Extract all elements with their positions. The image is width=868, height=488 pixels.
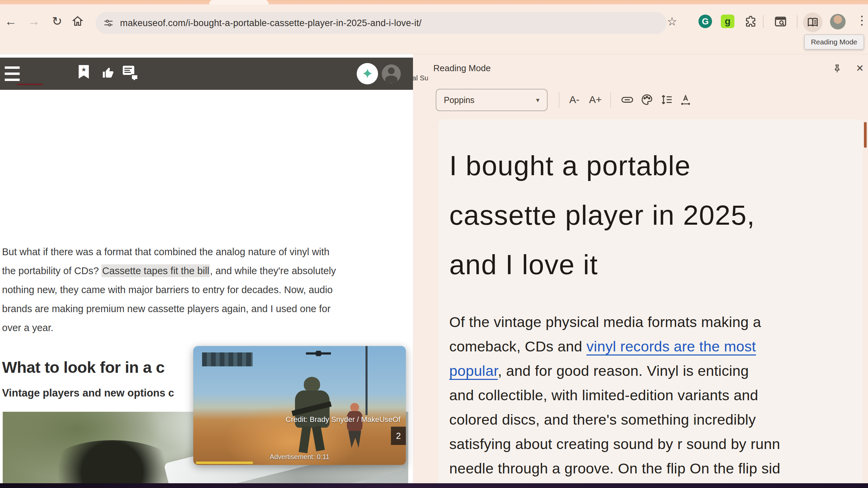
address-bar[interactable]: makeuseof.com/i-bought-a-portable-casset…: [96, 12, 667, 34]
bookmark-star-icon[interactable]: ☆: [665, 14, 679, 29]
toolbar-separator: [797, 15, 797, 28]
menu-kebab-icon[interactable]: ⋮: [855, 13, 868, 27]
comments-icon[interactable]: [123, 66, 138, 80]
reading-mode-book-icon: [806, 15, 820, 29]
paragraph-line: the portability of CDs? Cassette tapes f…: [2, 261, 409, 280]
body-line: needle through a groove. On the flip On …: [449, 456, 781, 481]
site-header: ★ ✦: [0, 58, 413, 90]
vinyl-records-link[interactable]: vinyl records are the most: [587, 338, 756, 354]
selected-font-name: Poppins: [444, 95, 474, 105]
palette-icon: [640, 93, 654, 106]
body-line: Of the vintage physical media formats ma…: [449, 310, 781, 334]
profile-avatar[interactable]: [830, 14, 846, 29]
floating-video-player[interactable]: Credit: Brady Snyder / MakeUseOf 2 Adver…: [193, 346, 406, 465]
body-line: comeback, CDs and vinyl records are the …: [449, 334, 781, 359]
forward-button-icon[interactable]: →: [26, 15, 42, 28]
vinyl-records-link[interactable]: popular: [449, 363, 498, 379]
video-progress-bar[interactable]: [196, 462, 253, 464]
toolbar-separator: [763, 15, 764, 28]
paragraph-line: brands are making premium new cassette p…: [2, 299, 409, 318]
home-icon: [71, 15, 84, 27]
url-text: makeuseof.com/i-bought-a-portable-casset…: [120, 18, 421, 28]
font-decrease-button[interactable]: A-: [565, 90, 584, 109]
ai-sparkle-button[interactable]: ✦: [357, 63, 378, 84]
font-increase-button[interactable]: A+: [586, 90, 605, 109]
bookmarks-bar: Remove Backgrou... ρ Photopea | Online..…: [0, 34, 868, 54]
letter-spacing-button[interactable]: [676, 90, 695, 109]
video-scene-building: [193, 346, 265, 425]
browser-toolbar: ← → ↻ makeuseof.com/i-bought-a-portable-…: [0, 4, 868, 34]
toolbar-separator: [559, 92, 559, 108]
paragraph-line: But what if there was a format that comb…: [2, 242, 409, 261]
reading-article-body: Of the vintage physical media formats ma…: [449, 310, 781, 481]
link-style-button[interactable]: [618, 90, 637, 109]
side-panel-search-icon[interactable]: [773, 14, 788, 29]
paragraph-line: nothing new, they came with major barrie…: [2, 280, 409, 299]
video-scene-runner: [344, 403, 366, 448]
reading-mode-tooltip: Reading Mode: [804, 35, 864, 49]
site-user-avatar[interactable]: [382, 64, 401, 83]
reading-article-title: I bought a portable cassette player in 2…: [449, 141, 755, 289]
hamburger-menu-icon[interactable]: [5, 66, 20, 81]
close-panel-icon[interactable]: ✕: [854, 62, 866, 75]
body-line: colored discs, and there's something inc…: [449, 407, 781, 432]
bottom-edge-strip: [0, 483, 868, 488]
chevron-down-icon: ▾: [536, 96, 539, 104]
article-paragraph: But what if there was a format that comb…: [2, 242, 409, 337]
green-extension-icon[interactable]: g: [720, 14, 735, 29]
active-tab[interactable]: [209, 0, 269, 4]
advertisement-timer: Advertisement: 0:11: [193, 453, 406, 461]
body-line: satisfying about creating sound by r sou…: [449, 432, 781, 456]
thumbs-up-icon[interactable]: [101, 66, 115, 80]
pin-panel-icon[interactable]: [831, 63, 844, 75]
paragraph-line: over a year.: [2, 318, 409, 337]
body-line: and collectible, with limited-edition va…: [449, 383, 781, 407]
home-button-icon[interactable]: [71, 15, 87, 27]
video-scene-drone: [306, 351, 331, 356]
video-credit-text: Credit: Brady Snyder / MakeUseOf: [285, 415, 400, 424]
sparkle-icon: ✦: [361, 67, 373, 81]
back-button-icon[interactable]: ←: [3, 15, 19, 28]
theme-color-button[interactable]: [637, 90, 656, 109]
browser-window: ← → ↻ makeuseof.com/i-bought-a-portable-…: [0, 0, 868, 488]
reading-content-card: I bought a portable cassette player in 2…: [438, 119, 863, 488]
site-settings-icon[interactable]: [103, 18, 114, 28]
video-counter-badge: 2: [391, 427, 406, 445]
toolbar-separator: [610, 92, 611, 108]
extensions-puzzle-icon[interactable]: [743, 14, 758, 29]
panel-title: Reading Mode: [433, 63, 491, 74]
site-logo[interactable]: [17, 84, 43, 85]
reading-mode-panel: Reading Mode ✕ Poppins ▾ A- A+: [428, 54, 868, 488]
section-heading: What to look for in a c: [2, 358, 164, 377]
panel-scrollbar-thumb[interactable]: [864, 122, 867, 148]
line-height-icon: [660, 93, 673, 106]
reload-button-icon[interactable]: ↻: [49, 15, 65, 28]
body-line: popular, and for good reason. Vinyl is e…: [449, 359, 781, 383]
font-select-dropdown[interactable]: Poppins ▾: [436, 89, 548, 111]
grammarly-extension-icon[interactable]: G: [698, 14, 713, 29]
bookmark-ribbon-icon[interactable]: ★: [79, 65, 89, 79]
letter-spacing-icon: [679, 93, 692, 106]
link-icon: [620, 93, 634, 106]
highlighted-link-text[interactable]: Cassette tapes fit the bill: [101, 264, 210, 277]
line-height-button[interactable]: [657, 90, 676, 109]
reading-mode-button[interactable]: [803, 13, 823, 32]
section-subheading: Vintage players and new options c: [2, 387, 174, 399]
tab-strip[interactable]: [0, 0, 868, 4]
